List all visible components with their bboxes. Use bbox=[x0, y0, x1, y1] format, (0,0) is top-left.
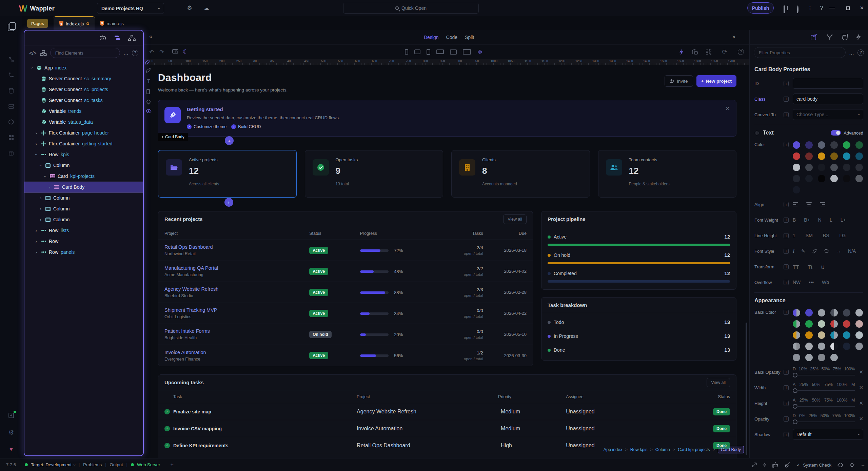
table-row[interactable]: Manufacturing QA Portal Acme Manufacturi… bbox=[158, 261, 533, 282]
laptop-icon[interactable] bbox=[436, 49, 444, 54]
color-swatch[interactable] bbox=[818, 175, 825, 182]
tree-chevron-icon[interactable]: › bbox=[43, 174, 48, 178]
move-tool-icon[interactable] bbox=[477, 49, 483, 55]
quill-icon[interactable] bbox=[812, 249, 817, 254]
tree-item[interactable]: › Row kpis bbox=[24, 149, 143, 160]
slider-tick-label[interactable]: 100% bbox=[837, 382, 848, 387]
drag-handle-icon[interactable] bbox=[754, 130, 760, 136]
slider-tick-label[interactable]: 50% bbox=[812, 382, 820, 387]
color-swatch[interactable] bbox=[855, 164, 863, 171]
invite-button[interactable]: Invite bbox=[665, 75, 693, 87]
publish-button[interactable]: Publish bbox=[747, 2, 774, 14]
color-swatch[interactable] bbox=[793, 141, 800, 149]
color-swatch[interactable] bbox=[793, 164, 800, 171]
layout-columns-icon[interactable] bbox=[780, 5, 789, 14]
server-panel-icon[interactable] bbox=[6, 101, 17, 112]
color-swatch[interactable] bbox=[793, 320, 800, 328]
slider-tick-label[interactable]: 100% bbox=[844, 367, 855, 371]
kpi-card-active-projects[interactable]: Active projects 12 Across all clients bbox=[158, 150, 297, 198]
clear-icon[interactable]: ✕ bbox=[859, 416, 863, 422]
italic-icon[interactable]: I bbox=[793, 248, 794, 254]
color-swatch[interactable] bbox=[843, 152, 850, 160]
properties-edit-icon[interactable] bbox=[811, 34, 817, 41]
clear-icon[interactable]: ✕ bbox=[859, 385, 863, 391]
color-swatch[interactable] bbox=[830, 141, 838, 149]
canvas-scrollbar[interactable] bbox=[746, 323, 747, 455]
device-toggle-icon[interactable] bbox=[146, 89, 150, 94]
kebab-menu-icon[interactable]: ⋮ bbox=[806, 4, 814, 12]
tree-item[interactable]: › Column bbox=[24, 203, 143, 214]
text-transform-option[interactable]: Tt bbox=[808, 264, 812, 270]
color-swatch[interactable] bbox=[830, 152, 838, 160]
font-weight-option[interactable]: L bbox=[830, 217, 832, 223]
typography-icon[interactable]: T bbox=[146, 78, 152, 84]
letter-spacing-icon[interactable]: ↔ bbox=[836, 248, 841, 254]
color-swatch[interactable] bbox=[793, 175, 800, 182]
project-link[interactable]: Shipment Tracking MVP bbox=[164, 307, 309, 313]
tablet-icon[interactable] bbox=[414, 49, 420, 54]
banner-badge[interactable]: ✓Customize theme bbox=[187, 124, 226, 129]
table-row[interactable]: Patient Intake Forms Brightside Health O… bbox=[158, 324, 533, 345]
view-all-button[interactable]: View all bbox=[707, 378, 730, 387]
slider-tick-label[interactable]: 25% bbox=[800, 398, 808, 403]
project-selector[interactable]: Demo Projects HQ › bbox=[97, 3, 164, 14]
color-swatch[interactable] bbox=[855, 309, 863, 316]
slider-tick-label[interactable]: 25% bbox=[800, 382, 808, 387]
project-link[interactable]: Invoice Automation bbox=[164, 350, 309, 355]
pages-panel-icon[interactable] bbox=[6, 21, 17, 32]
code-view-icon[interactable]: </> bbox=[29, 50, 37, 56]
mode-design[interactable]: Design bbox=[424, 35, 439, 40]
overflow-option[interactable]: Wb bbox=[822, 280, 829, 285]
color-swatch[interactable] bbox=[818, 309, 825, 316]
color-swatch[interactable] bbox=[818, 354, 825, 361]
task-check-icon[interactable]: ✓ bbox=[164, 443, 170, 448]
kpi-card-open-tasks[interactable]: Open tasks 9 13 total bbox=[305, 150, 443, 198]
workflows-icon[interactable] bbox=[6, 70, 17, 81]
new-project-button[interactable]: + New project bbox=[696, 75, 736, 87]
screenshot-camera-icon[interactable] bbox=[170, 49, 180, 55]
help-circle-icon[interactable]: ? bbox=[132, 50, 138, 56]
cleanup-broom-icon[interactable] bbox=[784, 462, 790, 468]
phone-small-icon[interactable] bbox=[405, 49, 408, 55]
slider-tick-label[interactable]: 75% bbox=[824, 382, 833, 387]
color-swatch[interactable] bbox=[843, 320, 850, 328]
expand-right-icon[interactable]: » bbox=[732, 34, 735, 40]
eraser-icon[interactable] bbox=[837, 463, 843, 468]
color-swatch[interactable] bbox=[855, 152, 863, 160]
slider-tick-label[interactable]: 0% bbox=[799, 413, 805, 418]
table-row[interactable]: ✓ Finalize site map Agency Website Refre… bbox=[158, 403, 736, 420]
layouts-icon[interactable] bbox=[6, 54, 17, 65]
debug-bug-icon[interactable] bbox=[849, 462, 855, 468]
web-server-button[interactable]: Web Server bbox=[137, 462, 160, 467]
convert-to-select[interactable]: Choose Type ... › bbox=[793, 109, 863, 120]
tree-chevron-icon[interactable]: › bbox=[39, 196, 43, 201]
app-connect-bolt-icon[interactable] bbox=[679, 49, 684, 55]
project-link[interactable]: Agency Website Refresh bbox=[164, 286, 309, 292]
add-target-button[interactable]: + bbox=[170, 462, 173, 468]
color-swatch[interactable] bbox=[818, 152, 825, 160]
tree-item[interactable]: › Server Connect sc_projects bbox=[24, 84, 143, 95]
slider-knob[interactable] bbox=[793, 419, 797, 424]
dark-mode-moon-icon[interactable]: ☾ bbox=[180, 48, 191, 56]
color-swatch[interactable] bbox=[818, 320, 825, 328]
back-opacity-slider[interactable] bbox=[793, 373, 855, 377]
font-weight-option[interactable]: L+ bbox=[841, 217, 846, 223]
theme-drop-icon[interactable] bbox=[793, 5, 802, 14]
slider-tick-label[interactable]: M bbox=[851, 382, 855, 387]
problems-button[interactable]: Problems bbox=[83, 462, 102, 467]
slider-tick-label[interactable]: 25% bbox=[809, 413, 817, 418]
tree-item[interactable]: › Server Connect sc_summary bbox=[24, 73, 143, 84]
packages-panel-icon[interactable] bbox=[6, 148, 17, 159]
quick-open-button[interactable]: Quick Open bbox=[343, 3, 479, 14]
tree-item[interactable]: › Row panels bbox=[24, 247, 143, 258]
color-swatch[interactable] bbox=[830, 354, 838, 361]
favorites-heart-icon[interactable]: ♥ bbox=[6, 444, 17, 455]
color-swatch[interactable] bbox=[830, 331, 838, 339]
clear-icon[interactable]: ✕ bbox=[859, 369, 863, 375]
tree-item[interactable]: › Column bbox=[24, 214, 143, 225]
cloud-sync-icon[interactable]: ☁ bbox=[202, 4, 211, 12]
align-center-icon[interactable] bbox=[806, 201, 812, 207]
tab-main-ejs[interactable]: 5 main.ejs bbox=[95, 16, 129, 30]
width-slider[interactable] bbox=[793, 388, 855, 393]
blocks-icon[interactable] bbox=[40, 50, 47, 56]
